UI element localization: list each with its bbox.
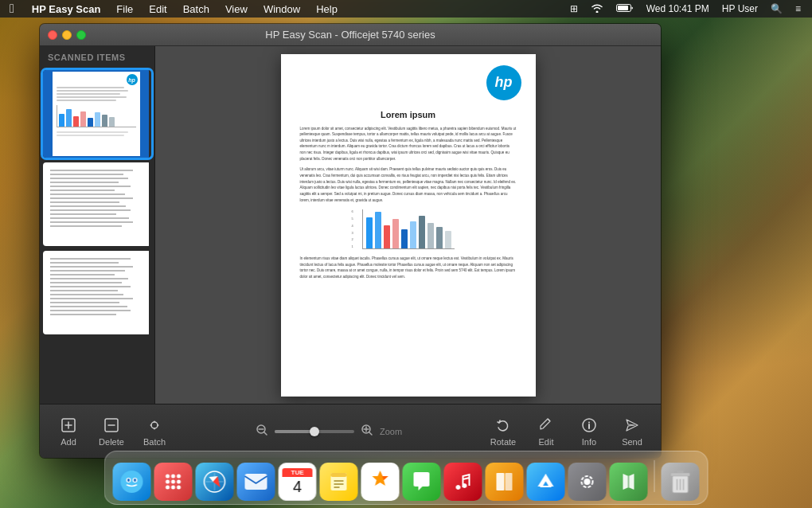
apple-menu[interactable]:  (0, 0, 24, 18)
svg-line-42 (463, 478, 470, 479)
send-label: Send (622, 437, 642, 447)
minimize-button[interactable] (62, 30, 72, 40)
svg-point-25 (171, 475, 175, 479)
batch-button[interactable]: Batch (134, 409, 175, 454)
zoom-out-icon (256, 424, 268, 439)
menu-edit[interactable]: Edit (141, 0, 174, 18)
sidebar-item-3[interactable] (43, 251, 151, 334)
menubar-left:  HP Easy Scan File Edit Batch View Wind… (0, 0, 345, 18)
menu-file[interactable]: File (108, 0, 141, 18)
edit-icon (537, 416, 556, 435)
svg-line-12 (369, 432, 372, 436)
preview-body-text-2: Ut aliorum arcu, vitae iuturm nunc. Aliq… (300, 166, 517, 203)
close-button[interactable] (48, 30, 57, 40)
app-menu-name[interactable]: HP Easy Scan (24, 0, 108, 18)
svg-point-32 (177, 486, 181, 490)
dock-item-photos[interactable] (361, 463, 400, 501)
menubar-search-icon[interactable]: 🔍 (766, 3, 787, 14)
svg-point-27 (166, 480, 170, 484)
dock-item-safari[interactable] (196, 463, 234, 501)
zoom-track (275, 430, 314, 433)
menubar-username[interactable]: HP User (717, 3, 763, 14)
svg-line-15 (548, 419, 550, 421)
svg-point-26 (177, 475, 181, 479)
hp-circle: hp (486, 65, 521, 100)
svg-point-31 (171, 486, 175, 490)
preview-document: hp Lorem ipsum Lorem ipsum dolor sit ame… (281, 54, 536, 397)
info-button[interactable]: Info (568, 409, 610, 454)
menu-window[interactable]: Window (256, 0, 308, 18)
zoom-label: Zoom (380, 427, 402, 436)
rotate-button[interactable]: Rotate (482, 409, 524, 454)
dock-item-books[interactable] (486, 463, 524, 501)
svg-point-23 (134, 479, 136, 482)
window-controls (48, 30, 86, 40)
batch-label: Batch (143, 437, 166, 447)
menubar-notification-icon[interactable]: ≡ (791, 3, 806, 14)
preview-chart-area: 654321 (300, 209, 517, 249)
sidebar-item-1[interactable]: hp (43, 70, 151, 158)
dock-item-trash[interactable] (662, 463, 700, 501)
menubar-battery-icon (611, 3, 638, 15)
dock-item-finder[interactable] (113, 463, 151, 501)
edit-label: Edit (539, 437, 554, 447)
delete-button[interactable]: Delete (91, 409, 132, 454)
toolbar: Add Delete (40, 404, 661, 458)
window-body: SCANNED ITEMS hp (40, 46, 661, 404)
maximize-button[interactable] (76, 30, 86, 40)
svg-point-7 (151, 422, 158, 428)
batch-icon (145, 416, 164, 435)
rotate-label: Rotate (490, 437, 516, 447)
add-label: Add (61, 437, 76, 447)
toolbar-zoom: Zoom (183, 424, 474, 439)
svg-rect-38 (331, 473, 347, 477)
sidebar-items: hp (40, 67, 154, 404)
dock-item-systemprefs[interactable] (568, 463, 607, 501)
sidebar: SCANNED ITEMS hp (40, 46, 155, 404)
zoom-slider[interactable] (275, 430, 354, 433)
svg-point-46 (584, 479, 591, 485)
window-title: HP Easy Scan - Officejet 5740 series (265, 29, 435, 41)
dock-item-maps[interactable] (610, 463, 648, 501)
dock-item-music[interactable] (444, 463, 482, 501)
svg-point-28 (171, 480, 175, 484)
svg-point-18 (588, 422, 590, 424)
menubar-datetime[interactable]: Wed 10:41 PM (642, 3, 714, 14)
menubar-wifi-icon[interactable] (586, 3, 608, 15)
delete-label: Delete (99, 437, 124, 447)
thumb-1: hp (43, 70, 149, 158)
preview-footer-text: In elementum risus vitae diam aliquet ia… (300, 256, 517, 280)
rotate-icon (494, 416, 513, 435)
info-icon (580, 416, 599, 435)
zoom-thumb[interactable] (310, 427, 319, 436)
dock-divider (654, 460, 655, 492)
edit-button[interactable]: Edit (525, 409, 567, 454)
svg-rect-44 (506, 473, 513, 490)
menubar-airplay-icon[interactable]: ⊞ (565, 3, 583, 14)
menu-batch[interactable]: Batch (175, 0, 217, 18)
menu-help[interactable]: Help (308, 0, 345, 18)
sidebar-item-2[interactable] (43, 162, 151, 246)
dock-item-calendar[interactable]: TUE 4 (279, 463, 317, 501)
app-window: HP Easy Scan - Officejet 5740 series SCA… (40, 24, 661, 458)
add-button[interactable]: Add (48, 409, 89, 454)
svg-point-19 (121, 471, 143, 493)
dock-item-messages[interactable] (403, 463, 441, 501)
main-preview: hp Lorem ipsum Lorem ipsum dolor sit ame… (155, 46, 661, 404)
toolbar-left: Add Delete (40, 409, 183, 454)
preview-title: Lorem ipsum (300, 110, 517, 119)
menubar:  HP Easy Scan File Edit Batch View Wind… (0, 0, 812, 18)
dock-item-appstore[interactable] (527, 463, 565, 501)
titlebar: HP Easy Scan - Officejet 5740 series (40, 24, 661, 46)
svg-rect-1 (618, 6, 628, 10)
dock-item-mail[interactable] (237, 463, 275, 501)
menu-view[interactable]: View (217, 0, 256, 18)
zoom-in-icon (361, 424, 373, 439)
preview-body-text-1: Lorem ipsum dolor sit amet, consectetur … (300, 126, 517, 162)
delete-icon (102, 416, 121, 435)
svg-point-24 (166, 475, 170, 479)
dock: TUE 4 (104, 451, 709, 505)
dock-item-notes[interactable] (320, 463, 358, 501)
send-button[interactable]: Send (611, 409, 653, 454)
dock-item-launchpad[interactable] (154, 463, 193, 501)
